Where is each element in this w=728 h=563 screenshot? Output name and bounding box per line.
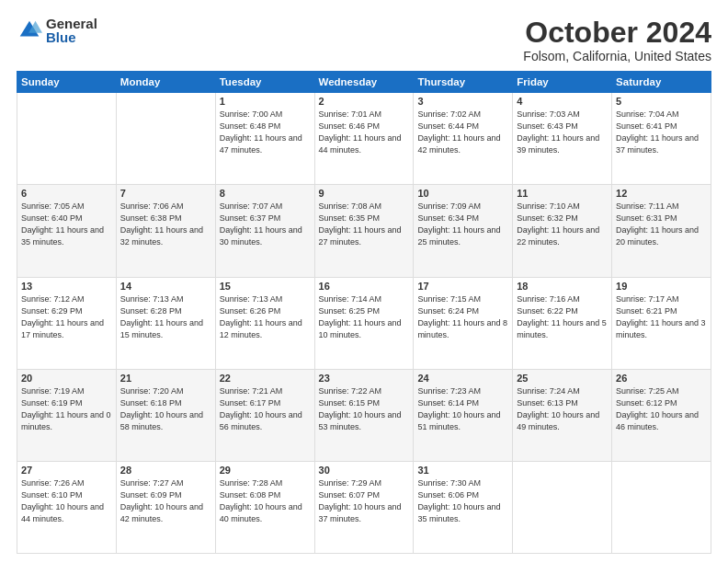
day-number: 12 (616, 188, 707, 199)
day-info: Sunrise: 7:00 AM Sunset: 6:48 PM Dayligh… (220, 109, 311, 156)
calendar-day-header: Thursday (414, 72, 513, 93)
calendar-table: SundayMondayTuesdayWednesdayThursdayFrid… (17, 71, 711, 554)
calendar-cell: 9Sunrise: 7:08 AM Sunset: 6:35 PM Daylig… (314, 185, 414, 277)
calendar-week-row: 6Sunrise: 7:05 AM Sunset: 6:40 PM Daylig… (17, 185, 711, 277)
day-number: 23 (319, 373, 410, 384)
logo-text: General Blue (46, 17, 97, 44)
day-number: 9 (319, 188, 410, 199)
calendar-cell: 7Sunrise: 7:06 AM Sunset: 6:38 PM Daylig… (116, 185, 215, 277)
calendar-day-header: Tuesday (215, 72, 314, 93)
day-info: Sunrise: 7:28 AM Sunset: 6:08 PM Dayligh… (220, 477, 311, 525)
day-number: 27 (21, 465, 112, 476)
day-number: 21 (120, 373, 211, 384)
day-info: Sunrise: 7:12 AM Sunset: 6:29 PM Dayligh… (21, 293, 112, 341)
calendar-cell (513, 461, 612, 553)
calendar-week-row: 27Sunrise: 7:26 AM Sunset: 6:10 PM Dayli… (17, 461, 711, 553)
day-info: Sunrise: 7:22 AM Sunset: 6:15 PM Dayligh… (319, 385, 410, 433)
calendar-cell: 17Sunrise: 7:15 AM Sunset: 6:24 PM Dayli… (414, 277, 513, 369)
logo-icon (17, 17, 42, 43)
day-info: Sunrise: 7:17 AM Sunset: 6:21 PM Dayligh… (616, 293, 707, 341)
calendar-cell: 30Sunrise: 7:29 AM Sunset: 6:07 PM Dayli… (314, 461, 414, 553)
day-info: Sunrise: 7:03 AM Sunset: 6:43 PM Dayligh… (517, 109, 608, 156)
calendar-cell: 1Sunrise: 7:00 AM Sunset: 6:48 PM Daylig… (215, 93, 314, 185)
calendar-cell (17, 93, 117, 185)
day-number: 13 (21, 281, 112, 292)
day-number: 10 (417, 188, 508, 199)
day-number: 14 (120, 281, 211, 292)
calendar-cell: 4Sunrise: 7:03 AM Sunset: 6:43 PM Daylig… (513, 93, 612, 185)
calendar-cell: 12Sunrise: 7:11 AM Sunset: 6:31 PM Dayli… (612, 185, 711, 277)
calendar-cell: 26Sunrise: 7:25 AM Sunset: 6:12 PM Dayli… (612, 369, 711, 461)
calendar-day-header: Sunday (17, 72, 117, 93)
month-title: October 2024 (523, 17, 711, 49)
calendar-cell: 11Sunrise: 7:10 AM Sunset: 6:32 PM Dayli… (513, 185, 612, 277)
day-number: 25 (517, 373, 608, 384)
calendar-cell: 31Sunrise: 7:30 AM Sunset: 6:06 PM Dayli… (414, 461, 513, 553)
calendar-day-header: Wednesday (314, 72, 414, 93)
day-info: Sunrise: 7:06 AM Sunset: 6:38 PM Dayligh… (120, 201, 211, 248)
day-info: Sunrise: 7:26 AM Sunset: 6:10 PM Dayligh… (21, 477, 112, 525)
day-number: 28 (120, 465, 211, 476)
calendar-cell: 25Sunrise: 7:24 AM Sunset: 6:13 PM Dayli… (513, 369, 612, 461)
calendar-cell: 27Sunrise: 7:26 AM Sunset: 6:10 PM Dayli… (17, 461, 117, 553)
day-info: Sunrise: 7:19 AM Sunset: 6:19 PM Dayligh… (21, 385, 112, 433)
calendar-cell: 15Sunrise: 7:13 AM Sunset: 6:26 PM Dayli… (215, 277, 314, 369)
calendar-cell: 29Sunrise: 7:28 AM Sunset: 6:08 PM Dayli… (215, 461, 314, 553)
day-number: 7 (120, 188, 211, 199)
calendar-week-row: 1Sunrise: 7:00 AM Sunset: 6:48 PM Daylig… (17, 93, 711, 185)
day-number: 29 (220, 465, 311, 476)
day-number: 16 (319, 281, 410, 292)
location: Folsom, California, United States (523, 49, 711, 63)
day-info: Sunrise: 7:21 AM Sunset: 6:17 PM Dayligh… (220, 385, 311, 433)
calendar-cell: 6Sunrise: 7:05 AM Sunset: 6:40 PM Daylig… (17, 185, 117, 277)
calendar-cell: 24Sunrise: 7:23 AM Sunset: 6:14 PM Dayli… (414, 369, 513, 461)
day-number: 18 (517, 281, 608, 292)
calendar-header-row: SundayMondayTuesdayWednesdayThursdayFrid… (17, 72, 711, 93)
calendar-cell: 5Sunrise: 7:04 AM Sunset: 6:41 PM Daylig… (612, 93, 711, 185)
day-number: 2 (319, 96, 410, 107)
day-number: 11 (517, 188, 608, 199)
day-info: Sunrise: 7:13 AM Sunset: 6:26 PM Dayligh… (220, 293, 311, 341)
day-info: Sunrise: 7:30 AM Sunset: 6:06 PM Dayligh… (417, 477, 508, 525)
day-number: 8 (220, 188, 311, 199)
calendar-week-row: 13Sunrise: 7:12 AM Sunset: 6:29 PM Dayli… (17, 277, 711, 369)
calendar-cell (612, 461, 711, 553)
day-number: 31 (417, 465, 508, 476)
day-info: Sunrise: 7:09 AM Sunset: 6:34 PM Dayligh… (417, 201, 508, 248)
day-number: 22 (220, 373, 311, 384)
day-number: 17 (417, 281, 508, 292)
day-info: Sunrise: 7:11 AM Sunset: 6:31 PM Dayligh… (616, 201, 707, 248)
day-info: Sunrise: 7:14 AM Sunset: 6:25 PM Dayligh… (319, 293, 410, 341)
day-info: Sunrise: 7:16 AM Sunset: 6:22 PM Dayligh… (517, 293, 608, 341)
day-info: Sunrise: 7:27 AM Sunset: 6:09 PM Dayligh… (120, 477, 211, 525)
calendar-cell: 8Sunrise: 7:07 AM Sunset: 6:37 PM Daylig… (215, 185, 314, 277)
calendar-cell: 21Sunrise: 7:20 AM Sunset: 6:18 PM Dayli… (116, 369, 215, 461)
day-info: Sunrise: 7:08 AM Sunset: 6:35 PM Dayligh… (319, 201, 410, 248)
day-number: 15 (220, 281, 311, 292)
day-info: Sunrise: 7:15 AM Sunset: 6:24 PM Dayligh… (417, 293, 508, 341)
calendar-cell: 3Sunrise: 7:02 AM Sunset: 6:44 PM Daylig… (414, 93, 513, 185)
day-number: 24 (417, 373, 508, 384)
logo-blue-text: Blue (46, 30, 97, 44)
header: General Blue October 2024 Folsom, Califo… (17, 17, 711, 63)
calendar-cell: 14Sunrise: 7:13 AM Sunset: 6:28 PM Dayli… (116, 277, 215, 369)
calendar-cell: 13Sunrise: 7:12 AM Sunset: 6:29 PM Dayli… (17, 277, 117, 369)
logo: General Blue (17, 17, 97, 44)
logo-general-text: General (46, 17, 97, 30)
day-number: 30 (319, 465, 410, 476)
calendar-cell (116, 93, 215, 185)
calendar-cell: 10Sunrise: 7:09 AM Sunset: 6:34 PM Dayli… (414, 185, 513, 277)
calendar-cell: 28Sunrise: 7:27 AM Sunset: 6:09 PM Dayli… (116, 461, 215, 553)
calendar-week-row: 20Sunrise: 7:19 AM Sunset: 6:19 PM Dayli… (17, 369, 711, 461)
day-info: Sunrise: 7:24 AM Sunset: 6:13 PM Dayligh… (517, 385, 608, 433)
calendar-cell: 20Sunrise: 7:19 AM Sunset: 6:19 PM Dayli… (17, 369, 117, 461)
day-number: 4 (517, 96, 608, 107)
title-block: October 2024 Folsom, California, United … (523, 17, 711, 63)
day-info: Sunrise: 7:20 AM Sunset: 6:18 PM Dayligh… (120, 385, 211, 433)
day-info: Sunrise: 7:23 AM Sunset: 6:14 PM Dayligh… (417, 385, 508, 433)
day-info: Sunrise: 7:02 AM Sunset: 6:44 PM Dayligh… (417, 109, 508, 156)
calendar-cell: 18Sunrise: 7:16 AM Sunset: 6:22 PM Dayli… (513, 277, 612, 369)
day-number: 3 (417, 96, 508, 107)
day-info: Sunrise: 7:10 AM Sunset: 6:32 PM Dayligh… (517, 201, 608, 248)
day-info: Sunrise: 7:25 AM Sunset: 6:12 PM Dayligh… (616, 385, 707, 433)
